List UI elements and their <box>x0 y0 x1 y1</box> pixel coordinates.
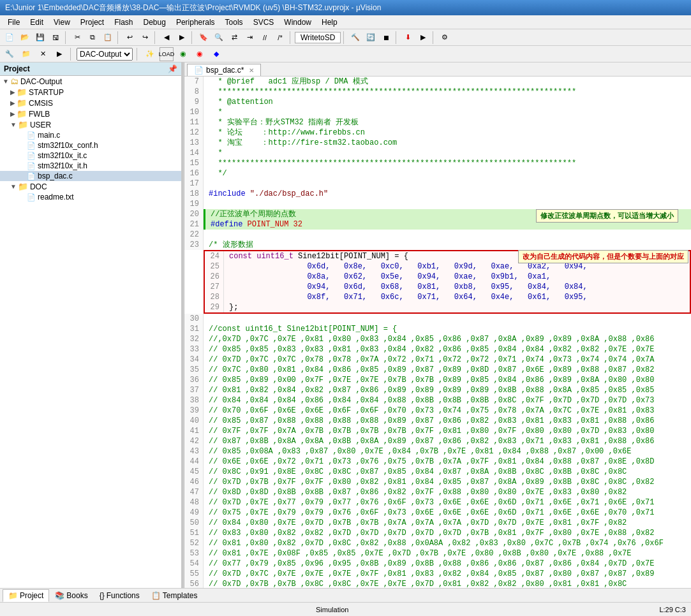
file-icon: 📄 <box>27 142 36 150</box>
menu-view[interactable]: View <box>48 17 75 28</box>
tree-item-root[interactable]: ▼ 🗂 DAC-Output <box>0 76 181 87</box>
folder-icon: 📁 <box>17 98 27 108</box>
menu-help[interactable]: Help <box>316 17 343 28</box>
cut-button[interactable]: ✂ <box>70 31 84 45</box>
menu-window[interactable]: Window <box>279 17 316 28</box>
menu-edit[interactable]: Edit <box>25 17 48 28</box>
menu-project[interactable]: Project <box>75 17 109 28</box>
new-file-button[interactable]: 📄 <box>3 31 17 45</box>
blue-btn[interactable]: ◆ <box>209 47 223 61</box>
sep10 <box>137 48 139 61</box>
run-button[interactable]: ▶ <box>52 47 66 61</box>
status-bar: Simulation L:29 C:3 <box>0 602 691 616</box>
menu-flash[interactable]: Flash <box>109 17 138 28</box>
tree-item-mainc[interactable]: 📄 main.c <box>0 130 181 140</box>
highlight-region-red: 24 const uint16_t Sine12bit[POINT_NUM] =… <box>184 250 691 314</box>
nav-back-button[interactable]: ◀ <box>160 31 174 45</box>
sep2 <box>117 31 120 44</box>
tree-item-conf[interactable]: 📄 stm32f10x_conf.h <box>0 140 181 150</box>
stop-build-button[interactable]: ⏹ <box>379 31 393 45</box>
close-project-button[interactable]: ✕ <box>36 47 50 61</box>
project-tab-icon: 📁 <box>8 591 18 600</box>
build-target-button[interactable]: 🔨 <box>348 31 362 45</box>
tree-item-bsp[interactable]: 📄 bsp_dac.c <box>0 171 181 181</box>
title-bar: E:\Junior 1\Embedded\DAC音频播放\38-DAC—输出正弦… <box>0 0 691 15</box>
save-all-button[interactable]: 🖫 <box>48 31 63 45</box>
menu-peripherals[interactable]: Peripherals <box>171 17 220 28</box>
writeto-dropdown[interactable]: WritetoSD <box>295 32 341 43</box>
root-folder-icon: 🗂 <box>10 77 19 86</box>
code-line-45: 45// 0x8C ,0x91 ,0x8E ,0x8C ,0x8C ,0x87 … <box>184 467 691 477</box>
tree-item-ith[interactable]: 📄 stm32f10x_it.h <box>0 161 181 171</box>
target-dropdown[interactable]: DAC-Output <box>77 48 133 61</box>
tree-item-user[interactable]: ▼ 📁 USER <box>0 119 181 130</box>
options-button[interactable]: ⚙ <box>438 31 452 45</box>
green-btn[interactable]: ◉ <box>176 47 190 61</box>
find-button[interactable]: 🔍 <box>212 31 226 45</box>
save-button[interactable]: 💾 <box>33 31 47 45</box>
tree-label: stm32f10x_it.c <box>38 151 87 160</box>
bookmark-button[interactable]: 🔖 <box>197 31 211 45</box>
code-line-16: 16 */ <box>184 168 691 179</box>
nav-fwd-button[interactable]: ▶ <box>175 31 189 45</box>
code-line-56: 56// 0x7D ,0x7B ,0x7B ,0x8C ,0x8C ,0x7E … <box>184 579 691 588</box>
file-icon: 📄 <box>27 193 36 202</box>
folder-icon: 📁 <box>18 182 28 191</box>
menu-tools[interactable]: Tools <box>220 17 248 28</box>
functions-tab-label: Functions <box>107 591 140 600</box>
tab-functions[interactable]: {} Functions <box>94 589 145 602</box>
undo-button[interactable]: ↩ <box>123 31 137 45</box>
tree-root-label: DAC-Output <box>20 77 62 86</box>
menu-file[interactable]: File <box>3 17 25 28</box>
menu-debug[interactable]: Debug <box>138 17 171 28</box>
sep9 <box>70 48 73 61</box>
paste-button[interactable]: 📋 <box>101 31 115 45</box>
load-btn[interactable]: LOAD <box>160 47 174 61</box>
tree-item-fwlb[interactable]: ▶ 📁 FWLB <box>0 108 181 119</box>
tab-close-icon[interactable]: ✕ <box>249 67 254 74</box>
code-line-50: 50// 0x84 ,0x80 ,0x7E ,0x7D ,0x7B ,0x7B … <box>184 518 691 528</box>
comment-button[interactable]: // <box>258 31 272 45</box>
code-line-14: 14 * <box>184 148 691 158</box>
tab-books[interactable]: 📚 Books <box>49 589 93 602</box>
cursor-position: L:29 C:3 <box>659 606 686 613</box>
editor-tabs: 📄 bsp_dac.c* ✕ <box>184 62 691 77</box>
code-line-12: 12 * 论坛 ：http://www.firebbs.cn <box>184 128 691 138</box>
tree-item-readme[interactable]: 📄 readme.txt <box>0 192 181 202</box>
code-line-42: 42// 0x87 ,0x8B ,0x8A ,0x8A ,0x8B ,0x8A … <box>184 436 691 446</box>
project-tree: ▼ 🗂 DAC-Output ▶ 📁 STARTUP ▶ 📁 CMSIS ▶ 📁… <box>0 76 181 588</box>
start-debug-button[interactable]: ▶ <box>416 31 430 45</box>
project-pin-icon[interactable]: 📌 <box>168 64 177 73</box>
code-line-26: 26 0x8a, 0x62, 0x5e, 0x94, 0xae, 0x9b1, … <box>205 272 690 282</box>
tree-label: DOC <box>30 182 47 191</box>
red-btn[interactable]: ◉ <box>193 47 207 61</box>
project-settings-button[interactable]: 🔧 <box>3 47 17 61</box>
code-line-53: 53// 0x81 ,0x7E ,0x08F ,0x85 ,0x85 ,0x7E… <box>184 548 691 559</box>
tab-project[interactable]: 📁 Project <box>3 589 49 602</box>
download-button[interactable]: ⬇ <box>401 31 415 45</box>
simulation-status: Simulation <box>5 606 659 613</box>
arrow-icon: ▼ <box>10 183 17 190</box>
replace-button[interactable]: ⇄ <box>227 31 241 45</box>
tree-item-startup[interactable]: ▶ 📁 STARTUP <box>0 87 181 98</box>
code-line-33: 33// 0x85 ,0x85 ,0x83 ,0x83 ,0x81 ,0x83 … <box>184 344 691 355</box>
indent-button[interactable]: ⇥ <box>242 31 256 45</box>
redo-button[interactable]: ↪ <box>138 31 152 45</box>
functions-tab-icon: {} <box>100 591 105 600</box>
tab-templates[interactable]: 📋 Templates <box>145 589 204 602</box>
tab-bsp-dac[interactable]: 📄 bsp_dac.c* ✕ <box>187 64 261 76</box>
open-button[interactable]: 📂 <box>18 31 32 45</box>
magic-wand-button[interactable]: ✨ <box>143 47 157 61</box>
file-icon: 📄 <box>27 172 36 180</box>
rebuild-button[interactable]: 🔄 <box>364 31 378 45</box>
tree-item-doc[interactable]: ▼ 📁 DOC <box>0 181 181 192</box>
code-editor[interactable]: 7 * @brief adc1 应用bsp / DMA 模式 8 *******… <box>184 77 691 588</box>
open-project-button[interactable]: 📁 <box>19 47 33 61</box>
uncomment-button[interactable]: /* <box>273 31 287 45</box>
menu-svcs[interactable]: SVCS <box>248 17 279 28</box>
code-line-19: 19 <box>184 199 691 209</box>
copy-button[interactable]: ⧉ <box>85 31 100 45</box>
arrow-icon: ▼ <box>10 121 17 128</box>
tree-item-itc[interactable]: 📄 stm32f10x_it.c <box>0 150 181 161</box>
tree-item-cmsis[interactable]: ▶ 📁 CMSIS <box>0 98 181 108</box>
